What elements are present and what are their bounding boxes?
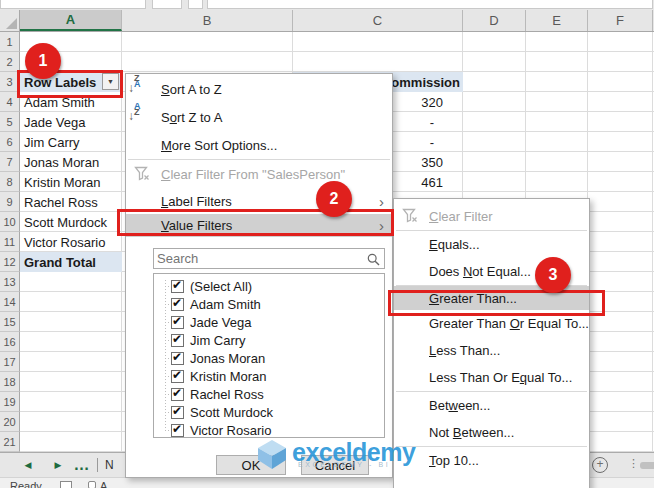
row-header-5[interactable]: 5 [0, 112, 20, 132]
sort-za-icon: ZA↓ [134, 109, 152, 126]
filter-check-jim-carry[interactable]: ✔Jim Carry [154, 331, 384, 349]
menu-item-sort-z-to-a[interactable]: ZA↓Sort Z to A [126, 103, 392, 131]
cell-A9[interactable]: Rachel Ross [20, 192, 122, 212]
menu-item-sort-a-to-z[interactable]: AZ↓Sort A to Z [126, 76, 392, 103]
menu-item-not-between[interactable]: Not Between... [394, 419, 589, 446]
excel-window: ABCDEF 123456789101112131415161718192021… [0, 0, 654, 488]
checkbox-checked[interactable]: ✔ [171, 298, 184, 311]
check-mark-icon: ✔ [172, 404, 182, 418]
checkbox-checked[interactable]: ✔ [171, 316, 184, 329]
accessibility-icon[interactable] [88, 481, 96, 488]
ready-status: Ready [10, 480, 42, 488]
filter-check-adam-smith[interactable]: ✔Adam Smith [154, 295, 384, 313]
check-mark-icon: ✔ [172, 296, 182, 310]
checkbox-checked[interactable]: ✔ [171, 424, 184, 437]
search-input[interactable] [154, 249, 364, 268]
menu-item-equals[interactable]: Equals... [394, 231, 589, 258]
value-filters-submenu: Clear FilterEquals...Does Not Equal...Gr… [393, 198, 590, 488]
menu-item-top-10[interactable]: Top 10... [394, 447, 589, 474]
filter-check-victor-rosario[interactable]: ✔Victor Rosario [154, 421, 384, 438]
cell-A5[interactable]: Jade Vega [20, 112, 122, 132]
menu-item-less-than-or-equal-to[interactable]: Less Than Or Equal To... [394, 364, 589, 391]
accessibility-status: A [100, 480, 107, 488]
formula-buttons[interactable] [152, 0, 182, 9]
cell-A11[interactable]: Victor Rosario [20, 232, 122, 252]
formula-bar-input[interactable] [207, 0, 653, 9]
select-all-corner[interactable] [0, 10, 20, 31]
insert-function-button[interactable] [188, 0, 203, 9]
more-sheets-icon[interactable]: … [72, 453, 92, 477]
clear-filter-icon [134, 166, 152, 183]
tab-scroll-grip-icon[interactable]: ⋮ [628, 457, 639, 470]
checkbox-checked[interactable]: ✔ [171, 406, 184, 419]
column-header-a[interactable]: A [20, 10, 122, 31]
cell-A12[interactable]: Grand Total [20, 252, 122, 272]
column-header-f[interactable]: F [588, 10, 653, 31]
filter-check-select-all[interactable]: ✔(Select All) [154, 277, 384, 295]
row-header-15[interactable]: 15 [0, 312, 20, 332]
row-header-17[interactable]: 17 [0, 352, 20, 372]
new-sheet-icon[interactable]: + [592, 457, 608, 473]
column-header-d[interactable]: D [463, 10, 526, 31]
row-header-18[interactable]: 18 [0, 372, 20, 392]
filter-check-kristin-moran[interactable]: ✔Kristin Moran [154, 367, 384, 385]
submenu-arrow-icon: › [379, 194, 384, 209]
checkbox-checked[interactable]: ✔ [171, 352, 184, 365]
row-header-21[interactable]: 21 [0, 432, 20, 452]
filter-check-jonas-moran[interactable]: ✔Jonas Moran [154, 349, 384, 367]
row-header-9[interactable]: 9 [0, 192, 20, 212]
sheet-tab[interactable]: N [105, 453, 114, 477]
next-sheet-icon[interactable]: ▶ [48, 453, 68, 477]
formula-bar-sliver [0, 0, 654, 10]
filter-value-label: Kristin Moran [190, 369, 267, 384]
macro-record-icon[interactable] [60, 481, 72, 488]
checkbox-checked[interactable]: ✔ [171, 370, 184, 383]
filter-value-label: Jade Vega [190, 315, 251, 330]
menu-item-less-than[interactable]: Less Than... [394, 337, 589, 364]
checkbox-checked[interactable]: ✔ [171, 388, 184, 401]
step-2-highlight-box [117, 209, 394, 236]
row-header-11[interactable]: 11 [0, 232, 20, 252]
check-mark-icon: ✔ [172, 368, 182, 382]
cell-A7[interactable]: Jonas Moran [20, 152, 122, 172]
column-header-c[interactable]: C [293, 10, 463, 31]
name-box[interactable] [0, 0, 146, 9]
clear-filter-icon [402, 208, 420, 225]
row-header-20[interactable]: 20 [0, 412, 20, 432]
prev-sheet-icon[interactable]: ◀ [18, 453, 38, 477]
filter-check-scott-murdock[interactable]: ✔Scott Murdock [154, 403, 384, 421]
check-mark-icon: ✔ [172, 386, 182, 400]
cancel-button[interactable]: Cancel [301, 455, 369, 475]
cell-A6[interactable]: Jim Carry [20, 132, 122, 152]
row-header-2[interactable]: 2 [0, 52, 20, 72]
column-header-b[interactable]: B [122, 10, 293, 31]
row-header-16[interactable]: 16 [0, 332, 20, 352]
cell-A10[interactable]: Scott Murdock [20, 212, 122, 232]
row-header-6[interactable]: 6 [0, 132, 20, 152]
cell-A8[interactable]: Kristin Moran [20, 172, 122, 192]
filter-check-rachel-ross[interactable]: ✔Rachel Ross [154, 385, 384, 403]
row-header-8[interactable]: 8 [0, 172, 20, 192]
row-header-10[interactable]: 10 [0, 212, 20, 232]
row-header-7[interactable]: 7 [0, 152, 20, 172]
checkbox-checked[interactable]: ✔ [171, 280, 184, 293]
checkbox-checked[interactable]: ✔ [171, 334, 184, 347]
menu-item-more-sort-options[interactable]: More Sort Options... [126, 131, 392, 159]
row-header-13[interactable]: 13 [0, 272, 20, 292]
search-icon[interactable] [367, 252, 380, 270]
horizontal-scrollbar[interactable] [640, 462, 654, 469]
filter-check-jade-vega[interactable]: ✔Jade Vega [154, 313, 384, 331]
step-3-badge: 3 [535, 257, 571, 293]
filter-value-label: Jim Carry [190, 333, 246, 348]
menu-item-between[interactable]: Between... [394, 392, 589, 419]
row-header-14[interactable]: 14 [0, 292, 20, 312]
row-header-19[interactable]: 19 [0, 392, 20, 412]
row-header-1[interactable]: 1 [0, 32, 20, 52]
row-header-12[interactable]: 12 [0, 252, 20, 272]
column-header-row: ABCDEF [0, 10, 654, 32]
search-box [153, 248, 385, 269]
column-header-e[interactable]: E [526, 10, 588, 31]
ok-button[interactable]: OK [216, 455, 286, 475]
check-mark-icon: ✔ [172, 314, 182, 328]
pivot-filter-dropdown-menu: AZ↓Sort A to ZZA↓Sort Z to AMore Sort Op… [125, 73, 393, 478]
